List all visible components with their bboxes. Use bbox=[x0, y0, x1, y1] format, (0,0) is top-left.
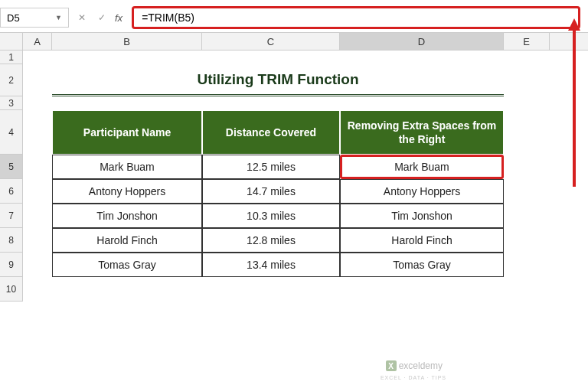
cell-c1[interactable] bbox=[202, 51, 340, 64]
cell-c5[interactable]: 12.5 miles bbox=[202, 155, 340, 179]
row-5: 5 Mark Buam 12.5 miles Mark Buam bbox=[0, 155, 588, 179]
watermark-x-icon: X bbox=[386, 360, 397, 371]
cell-a2[interactable] bbox=[23, 64, 52, 96]
cell-c10[interactable] bbox=[202, 277, 340, 302]
header-participant[interactable]: Participant Name bbox=[52, 110, 202, 155]
cell-a1[interactable] bbox=[23, 51, 52, 64]
cell-b1[interactable] bbox=[52, 51, 202, 64]
col-header-c[interactable]: C bbox=[202, 33, 340, 50]
header-distance[interactable]: Distance Covered bbox=[202, 110, 340, 155]
col-header-d[interactable]: D bbox=[340, 33, 504, 50]
row-header-6[interactable]: 6 bbox=[0, 179, 23, 204]
cell-c8[interactable]: 12.8 miles bbox=[202, 228, 340, 253]
watermark-text: exceldemy bbox=[399, 360, 443, 371]
enter-icon[interactable]: ✓ bbox=[95, 8, 109, 28]
cell-a9[interactable] bbox=[23, 253, 52, 277]
cell-c9[interactable]: 13.4 miles bbox=[202, 253, 340, 277]
cell-d7[interactable]: Tim Jonshon bbox=[340, 204, 504, 228]
watermark-logo: X exceldemy bbox=[386, 360, 443, 371]
cell-b7[interactable]: Tim Jonshon bbox=[52, 204, 202, 228]
cell-c3[interactable] bbox=[202, 96, 340, 110]
cell-e7[interactable] bbox=[504, 204, 550, 228]
col-header-a[interactable]: A bbox=[23, 33, 52, 50]
cell-c6[interactable]: 14.7 miles bbox=[202, 179, 340, 204]
cell-e10[interactable] bbox=[504, 277, 550, 302]
row-header-1[interactable]: 1 bbox=[0, 51, 23, 64]
row-9: 9 Tomas Gray 13.4 miles Tomas Gray bbox=[0, 253, 588, 277]
cell-d6[interactable]: Antony Hoppers bbox=[340, 179, 504, 204]
row-header-8[interactable]: 8 bbox=[0, 228, 23, 253]
cell-b5[interactable]: Mark Buam bbox=[52, 155, 202, 179]
fx-icon[interactable]: fx bbox=[115, 12, 122, 24]
formula-input[interactable]: =TRIM(B5) bbox=[132, 6, 580, 29]
row-3: 3 bbox=[0, 96, 588, 110]
row-header-3[interactable]: 3 bbox=[0, 96, 23, 110]
name-box[interactable]: D5 ▼ bbox=[0, 8, 69, 28]
cell-d9[interactable]: Tomas Gray bbox=[340, 253, 504, 277]
row-header-4[interactable]: 4 bbox=[0, 110, 23, 155]
cell-a3[interactable] bbox=[23, 96, 52, 110]
row-4: 4 Participant Name Distance Covered Remo… bbox=[0, 110, 588, 155]
cell-a5[interactable] bbox=[23, 155, 52, 179]
cancel-icon[interactable]: ✕ bbox=[75, 8, 89, 28]
cell-a10[interactable] bbox=[23, 277, 52, 302]
watermark-subtitle: EXCEL · DATA · TIPS bbox=[381, 375, 446, 380]
row-header-10[interactable]: 10 bbox=[0, 277, 23, 302]
header-result[interactable]: Removing Extra Spaces from the Right bbox=[340, 110, 504, 155]
cell-e3[interactable] bbox=[504, 96, 550, 110]
cell-e1[interactable] bbox=[504, 51, 550, 64]
cell-e2[interactable] bbox=[504, 64, 550, 96]
row-header-9[interactable]: 9 bbox=[0, 253, 23, 277]
cell-b3[interactable] bbox=[52, 96, 202, 110]
cell-e4[interactable] bbox=[504, 110, 550, 155]
dropdown-icon[interactable]: ▼ bbox=[55, 14, 62, 21]
cell-a8[interactable] bbox=[23, 228, 52, 253]
cell-b9[interactable]: Tomas Gray bbox=[52, 253, 202, 277]
cell-d8[interactable]: Harold Finch bbox=[340, 228, 504, 253]
cell-d10[interactable] bbox=[340, 277, 504, 302]
formula-text: =TRIM(B5) bbox=[142, 11, 194, 24]
col-header-b[interactable]: B bbox=[52, 33, 202, 50]
cell-e8[interactable] bbox=[504, 228, 550, 253]
row-header-5[interactable]: 5 bbox=[0, 155, 23, 179]
cell-d3[interactable] bbox=[340, 96, 504, 110]
cell-b10[interactable] bbox=[52, 277, 202, 302]
row-header-7[interactable]: 7 bbox=[0, 204, 23, 228]
cell-a7[interactable] bbox=[23, 204, 52, 228]
row-10: 10 bbox=[0, 277, 588, 302]
row-8: 8 Harold Finch 12.8 miles Harold Finch bbox=[0, 228, 588, 253]
title-cell[interactable]: Utilizing TRIM Function bbox=[52, 64, 504, 96]
cell-d1[interactable] bbox=[340, 51, 504, 64]
select-all-corner[interactable] bbox=[0, 33, 23, 50]
cell-d5[interactable]: Mark Buam bbox=[340, 155, 504, 179]
cell-a6[interactable] bbox=[23, 179, 52, 204]
row-7: 7 Tim Jonshon 10.3 miles Tim Jonshon bbox=[0, 204, 588, 228]
cell-c7[interactable]: 10.3 miles bbox=[202, 204, 340, 228]
cell-b8[interactable]: Harold Finch bbox=[52, 228, 202, 253]
cell-e6[interactable] bbox=[504, 179, 550, 204]
row-2: 2 Utilizing TRIM Function bbox=[0, 64, 588, 96]
col-header-e[interactable]: E bbox=[504, 33, 550, 50]
cell-e5[interactable] bbox=[504, 155, 550, 179]
row-6: 6 Antony Hoppers 14.7 miles Antony Hoppe… bbox=[0, 179, 588, 204]
column-headers: A B C D E bbox=[0, 32, 588, 51]
cell-b6[interactable]: Antony Hoppers bbox=[52, 179, 202, 204]
cell-a4[interactable] bbox=[23, 110, 52, 155]
cell-e9[interactable] bbox=[504, 253, 550, 277]
row-header-2[interactable]: 2 bbox=[0, 64, 23, 96]
spreadsheet-grid: A B C D E 1 2 Utilizing TRIM Function 3 bbox=[0, 32, 588, 302]
row-1: 1 bbox=[0, 51, 588, 64]
name-box-value: D5 bbox=[7, 12, 20, 24]
formula-bar: D5 ▼ ✕ ✓ fx =TRIM(B5) bbox=[0, 6, 580, 29]
